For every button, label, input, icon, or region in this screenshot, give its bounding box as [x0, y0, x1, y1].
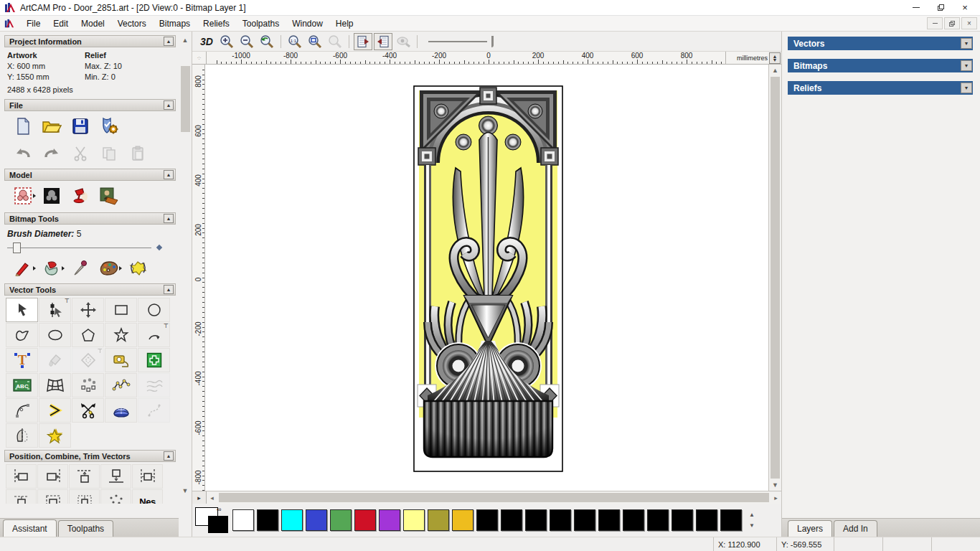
- zoom-scale-icon[interactable]: 1:1: [286, 33, 304, 50]
- morph-vectors-tool[interactable]: [138, 398, 170, 423]
- tab-layers[interactable]: Layers: [788, 520, 832, 537]
- open-model-icon[interactable]: [37, 114, 66, 138]
- menu-file[interactable]: File: [20, 17, 47, 31]
- paste-icon[interactable]: [123, 143, 152, 164]
- interactive-distortion-tool[interactable]: [105, 398, 137, 423]
- tab-toolpaths[interactable]: Toolpaths: [58, 520, 113, 537]
- scroll-down-icon[interactable]: ▼: [180, 485, 191, 496]
- tab-add-in[interactable]: Add In: [834, 520, 877, 537]
- align-contour-2-tool[interactable]: [37, 489, 68, 504]
- scroll-thumb[interactable]: [219, 493, 769, 502]
- wrap-vectors-tool[interactable]: [138, 373, 170, 397]
- ruler-origin-icon[interactable]: ⁘: [192, 52, 207, 64]
- zoom-previous-icon[interactable]: [258, 33, 276, 50]
- palette-swatch-6[interactable]: [379, 509, 400, 531]
- palette-swatch-15[interactable]: [598, 509, 620, 531]
- reliefs-section-header[interactable]: Reliefs ▼: [788, 81, 973, 95]
- align-bottom-tool[interactable]: [100, 464, 131, 489]
- section-model[interactable]: Model ▲: [4, 169, 176, 181]
- vectors-dropdown-icon[interactable]: ▼: [961, 38, 972, 49]
- new-model-icon[interactable]: [9, 114, 37, 138]
- collapse-icon[interactable]: ▲: [164, 170, 174, 179]
- scroll-thumb[interactable]: [181, 66, 190, 132]
- palette-swatch-18[interactable]: [672, 509, 693, 531]
- transform-vectors-tool[interactable]: [72, 298, 104, 322]
- section-file[interactable]: File ▲: [4, 99, 176, 111]
- section-project-information[interactable]: Project Information ▲: [4, 35, 176, 47]
- texture-flood-icon[interactable]: [123, 258, 152, 279]
- canvas-vertical-scrollbar[interactable]: ▲ ▼: [768, 65, 781, 491]
- mdi-minimize-button[interactable]: [927, 17, 943, 29]
- link-colours-icon[interactable]: ∞: [217, 506, 221, 513]
- align-contour-1-tool[interactable]: [6, 489, 37, 504]
- mdi-close-button[interactable]: ×: [961, 17, 977, 29]
- redo-icon[interactable]: [37, 143, 66, 164]
- close-button[interactable]: ×: [953, 0, 977, 15]
- 3d-view-button[interactable]: 3D: [197, 33, 216, 50]
- menu-vectors[interactable]: Vectors: [111, 17, 153, 31]
- palette-swatch-7[interactable]: [403, 509, 425, 531]
- minimize-button[interactable]: [904, 0, 928, 15]
- section-bitmap-tools[interactable]: Bitmap Tools ▲: [4, 212, 176, 225]
- menu-model[interactable]: Model: [75, 17, 111, 31]
- colour-indicator[interactable]: ∞: [195, 506, 232, 534]
- menu-reliefs[interactable]: Reliefs: [197, 17, 236, 31]
- mdi-restore-button[interactable]: [944, 17, 960, 29]
- palette-scroll-up-icon[interactable]: ▲: [746, 509, 758, 520]
- palette-swatch-8[interactable]: [428, 509, 449, 531]
- scroll-up-icon[interactable]: ▲: [180, 34, 191, 46]
- align-left-tool[interactable]: [6, 464, 37, 489]
- canvas-horizontal-scrollbar[interactable]: ▸ ◂ ▸: [192, 491, 781, 504]
- palette-swatch-3[interactable]: [306, 509, 327, 531]
- block-copy-rotate-tool[interactable]: [138, 348, 170, 372]
- slider-handle[interactable]: [13, 242, 21, 253]
- menu-toolpaths[interactable]: Toolpaths: [236, 17, 286, 31]
- scroll-down-icon[interactable]: ▼: [770, 479, 781, 491]
- align-top-tool[interactable]: [69, 464, 100, 489]
- palette-scroll-down-icon[interactable]: ▼: [746, 520, 758, 531]
- document-logo-icon[interactable]: [4, 19, 14, 29]
- set-model-size-icon[interactable]: [9, 184, 37, 208]
- text-block-tool[interactable]: ABC: [6, 373, 38, 397]
- trim-vectors-tool[interactable]: [72, 398, 104, 423]
- menu-help[interactable]: Help: [329, 17, 360, 31]
- palette-swatch-11[interactable]: [501, 509, 522, 531]
- create-ellipse-tool[interactable]: [39, 323, 71, 347]
- section-position-combine-trim[interactable]: Position, Combine, Trim Vectors ▲: [4, 450, 176, 462]
- pick-colour-icon[interactable]: [66, 258, 95, 279]
- colour-palette-icon[interactable]: [95, 258, 123, 279]
- nesting-tool[interactable]: Nes: [132, 489, 163, 504]
- palette-swatch-19[interactable]: [696, 509, 717, 531]
- tab-assistant[interactable]: Assistant: [3, 519, 57, 537]
- detail-slider-handle[interactable]: [491, 36, 494, 47]
- scroll-right-icon[interactable]: ▸: [771, 492, 781, 504]
- flood-fill-icon[interactable]: [37, 258, 66, 279]
- create-vector-text-tool[interactable]: T: [6, 348, 38, 372]
- create-rectangle-tool[interactable]: [105, 298, 137, 322]
- palette-swatch-17[interactable]: [647, 509, 669, 531]
- cut-icon[interactable]: [66, 143, 95, 164]
- greyscale-from-image-icon[interactable]: [95, 184, 123, 208]
- undo-icon[interactable]: [9, 143, 37, 164]
- zoom-fit-icon[interactable]: [306, 33, 324, 50]
- palette-swatch-2[interactable]: [281, 509, 303, 531]
- center-in-page-tool[interactable]: [132, 464, 163, 489]
- toggle-vector-visibility-icon[interactable]: [374, 33, 392, 50]
- fit-arcs-to-vectors-tool[interactable]: [105, 373, 137, 397]
- create-polyline-tool[interactable]: [6, 323, 38, 347]
- model-options-icon[interactable]: [95, 114, 123, 138]
- collapse-icon[interactable]: ▲: [164, 451, 174, 461]
- create-star-tool[interactable]: [105, 323, 137, 347]
- paint-icon[interactable]: [9, 258, 37, 279]
- select-vectors-tool[interactable]: [6, 298, 38, 322]
- palette-swatch-1[interactable]: [257, 509, 278, 531]
- scroll-thumb[interactable]: [771, 77, 780, 479]
- scatter-copies-tool[interactable]: [100, 489, 131, 504]
- palette-swatch-0[interactable]: [232, 509, 254, 531]
- paste-along-curve-tool[interactable]: [72, 373, 104, 397]
- palette-swatch-20[interactable]: [720, 509, 742, 531]
- vector-boundary-tool[interactable]: [39, 423, 71, 448]
- node-editing-tool[interactable]: ⊤: [39, 298, 71, 322]
- palette-swatch-4[interactable]: [330, 509, 352, 531]
- create-polygon-tool[interactable]: [72, 323, 104, 347]
